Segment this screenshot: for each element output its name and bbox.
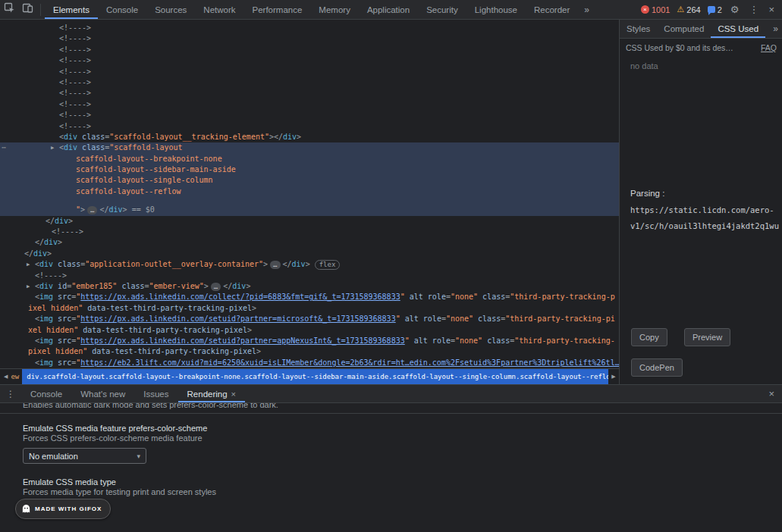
dom-tree-line[interactable]: </div> <box>0 237 619 248</box>
copy-button[interactable]: Copy <box>631 328 667 346</box>
code-token: > <box>204 282 209 290</box>
attribute-url-link[interactable]: https://px.ads.linkedin.com/setuid?partn… <box>80 315 395 323</box>
code-token: id <box>53 282 67 290</box>
dom-tree-line[interactable]: </div> <box>0 249 619 259</box>
dom-tree-line[interactable]: <div class="scaffold-layout__tracking-el… <box>0 132 619 142</box>
expand-node-arrow-icon[interactable]: ▶ <box>27 281 35 292</box>
tab-performance[interactable]: Performance <box>244 0 311 19</box>
close-drawer-button[interactable]: × <box>761 388 782 399</box>
code-token: "none" <box>451 293 478 301</box>
dom-tree-line[interactable]: <!----> <box>0 121 619 132</box>
warning-count: 264 <box>686 5 700 14</box>
tab-console[interactable]: Console <box>98 0 146 19</box>
tab-network[interactable]: Network <box>195 0 243 19</box>
dom-tree-line[interactable]: <!----> <box>0 271 619 281</box>
dom-tree-line[interactable]: <!----> <box>0 110 619 120</box>
tab-lighthouse[interactable]: Lighthouse <box>466 0 526 19</box>
dom-tree-line[interactable]: </div> <box>0 216 619 227</box>
sidebar-tab-strip: StylesComputedCSS Used» <box>620 20 782 39</box>
expand-node-arrow-icon[interactable]: ▶ <box>27 259 35 270</box>
dom-tree-line[interactable]: ">…</div> == $0 <box>0 205 619 215</box>
dom-tree-line[interactable]: <!----> <box>0 45 619 55</box>
drawer-tab-issues[interactable]: Issues <box>134 385 177 402</box>
dom-tree-line[interactable]: <!----> <box>0 227 619 237</box>
attribute-url-link[interactable]: https://eb2.3lift.com/xuid?mid=6250&xuid… <box>80 358 619 367</box>
breadcrumb-parent-partial[interactable]: ew <box>11 373 19 380</box>
dom-tree-line[interactable]: <img src="https://px.ads.linkedin.com/se… <box>0 314 619 324</box>
dom-tree-line[interactable]: ixel hidden" data-test-third-party-track… <box>0 303 619 314</box>
drawer-tab-rendering[interactable]: Rendering× <box>178 385 246 402</box>
dom-tree-line[interactable]: pixel hidden" data-test-third-party-trac… <box>0 346 619 357</box>
console-warnings-badge[interactable]: ⚠ 264 <box>677 5 700 14</box>
dom-tree-line[interactable]: <!----> <box>0 99 619 110</box>
tab-memory[interactable]: Memory <box>310 0 359 19</box>
inline-ellipsis-button[interactable]: … <box>270 261 280 269</box>
code-token: > <box>247 326 252 334</box>
drawer-tab-label: Rendering <box>187 390 228 399</box>
dom-tree-line[interactable]: <img src="https://px.ads.linkedin.com/se… <box>0 336 619 346</box>
tab-security[interactable]: Security <box>418 0 466 19</box>
code-token: img <box>39 315 53 323</box>
dom-tree-line[interactable]: <!----> <box>0 55 619 66</box>
sidebar-tab-css-used[interactable]: CSS Used <box>711 20 765 38</box>
emulate-media-type-subtitle: Forces media type for testing print and … <box>23 487 216 496</box>
drawer-tab-console[interactable]: Console <box>21 385 71 402</box>
inspect-element-button[interactable] <box>0 0 18 19</box>
issues-badge[interactable]: 2 <box>708 5 722 14</box>
code-token: </ <box>223 282 232 290</box>
dom-tree-line[interactable]: <img src="https://px.ads.linkedin.com/co… <box>0 292 619 302</box>
breadcrumb-scroll-left-icon[interactable]: ◀ <box>4 374 8 380</box>
tab-application[interactable]: Application <box>359 0 418 19</box>
color-scheme-emulation-select[interactable]: No emulation ▾ <box>23 448 146 464</box>
code-token: class <box>473 315 501 323</box>
dom-tree-line[interactable]: <!----> <box>0 88 619 99</box>
tab-recorder[interactable]: Recorder <box>526 0 578 19</box>
toolbar-divider <box>40 4 41 16</box>
sidebar-tab-styles[interactable]: Styles <box>620 20 657 38</box>
dom-tree-line[interactable]: xel hidden" data-test-third-party-tracki… <box>0 325 619 336</box>
preview-button[interactable]: Preview <box>684 328 730 346</box>
dom-tree-line[interactable]: <img src="https://eb2.3lift.com/xuid?mid… <box>0 358 619 368</box>
code-token: class <box>478 293 505 301</box>
codepen-button[interactable]: CodePen <box>631 358 683 377</box>
tab-sources[interactable]: Sources <box>146 0 195 19</box>
dom-tree-line[interactable]: <!----> <box>0 23 619 33</box>
dom-tree-line[interactable]: <!----> <box>0 67 619 77</box>
flex-badge[interactable]: flex <box>315 260 341 270</box>
inline-ellipsis-button[interactable]: … <box>211 283 221 291</box>
device-toolbar-button[interactable] <box>18 0 36 19</box>
code-token: > <box>58 238 62 246</box>
elements-panel: <!----><!----><!----><!----><!----><!---… <box>0 20 619 384</box>
attribute-url-link[interactable]: https://px.ads.linkedin.com/setuid?partn… <box>80 336 404 345</box>
code-token: div <box>292 260 306 268</box>
close-devtools-button[interactable]: × <box>767 5 776 14</box>
drawer-menu-icon[interactable]: ⋮ <box>0 389 21 399</box>
dom-tree-line[interactable]: ▶<div class="application-outlet__overlay… <box>0 259 619 270</box>
dom-tree-line[interactable]: scaffold-layout--reflow <box>0 186 619 197</box>
more-options-button[interactable]: ⋮ <box>747 5 760 14</box>
tab-elements[interactable]: Elements <box>45 0 98 19</box>
dom-tree-line[interactable]: <!----> <box>0 33 619 44</box>
settings-button[interactable]: ⚙ <box>729 5 741 14</box>
attribute-url-link[interactable]: https://px.ads.linkedin.com/collect/?pid… <box>80 293 400 301</box>
dom-tree-line[interactable] <box>0 197 619 205</box>
more-tabs-button[interactable]: » <box>578 5 595 15</box>
close-tab-icon[interactable]: × <box>231 390 236 399</box>
dom-tree-line[interactable]: <!----> <box>0 77 619 88</box>
dom-tree-line[interactable]: ▶<div id="ember185" class="ember-view">…… <box>0 281 619 292</box>
css-used-header-text: CSS Used by $0 and its des… <box>626 43 756 52</box>
expand-node-arrow-icon[interactable]: ▶ <box>51 142 59 153</box>
sidebar-tab-computed[interactable]: Computed <box>657 20 711 38</box>
code-token: alt <box>410 336 428 345</box>
drawer-tab-what-s-new[interactable]: What's new <box>71 385 134 402</box>
sidebar-more-tabs-button[interactable]: » <box>768 23 782 34</box>
dom-tree-line[interactable]: ⋯▶<div class="scaffold-layout <box>0 142 619 153</box>
inline-ellipsis-button[interactable]: … <box>87 206 97 214</box>
breadcrumb-scroll-right-icon[interactable]: ▶ <box>608 369 619 384</box>
dom-tree-line[interactable]: scaffold-layout--breakpoint-none <box>0 154 619 164</box>
console-errors-badge[interactable]: × 1001 <box>641 5 670 14</box>
dom-tree-line[interactable]: scaffold-layout--single-column <box>0 175 619 186</box>
breadcrumb-selected-node[interactable]: div.scaffold-layout.scaffold-layout--bre… <box>22 369 619 384</box>
dom-tree-line[interactable]: scaffold-layout--sidebar-main-aside <box>0 164 619 175</box>
faq-link[interactable]: FAQ <box>761 43 777 52</box>
